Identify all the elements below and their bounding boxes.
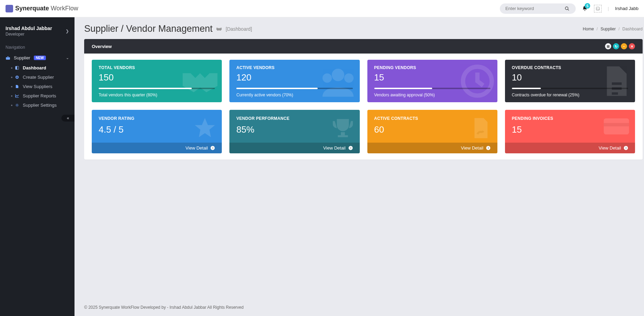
stat-progress — [512, 88, 628, 89]
stat-progress — [374, 88, 491, 89]
panel-minimize-button[interactable]: − — [621, 43, 627, 49]
breadcrumb-supplier[interactable]: Supplier — [601, 27, 616, 31]
panel-refresh-button[interactable]: ↻ — [613, 43, 619, 49]
brand-text: Synerquate WorkFlow — [15, 5, 78, 12]
chevron-right-icon: ❯ — [66, 29, 69, 33]
sidebar-item-supplier-reports[interactable]: Supplier Reports — [0, 91, 75, 100]
page-title: Supplier / Vendor Management [Dashboard] — [84, 23, 252, 34]
stat-value: 10 — [512, 72, 628, 83]
stat-progress — [99, 88, 215, 89]
bullet-icon — [11, 67, 12, 69]
stat-value: 15 — [374, 72, 491, 83]
nav-badge-new: NEW — [34, 56, 46, 60]
notifications-button[interactable]: 5 — [582, 6, 588, 11]
svg-point-12 — [348, 146, 353, 150]
current-user-name[interactable]: Irshad Jabb — [615, 6, 638, 11]
bullet-icon — [11, 77, 12, 78]
sidebar: Irshad Abdul Jabbar Developer ❯ Navigati… — [0, 17, 75, 316]
svg-point-16 — [624, 146, 628, 150]
separator: | — [608, 6, 609, 11]
stat-label: OVERDUE CONTRACTS — [512, 65, 628, 70]
menu-item-icon — [15, 103, 20, 107]
sidebar-item-dashboard[interactable]: Dashboard — [0, 63, 75, 73]
stat-label: VENDOR RATING — [99, 116, 215, 121]
stat-subtext: Currently active vendors (70%) — [236, 93, 353, 97]
stat-card-total-vendors: TOTAL VENDORS150Total vendors this quart… — [92, 60, 222, 102]
sidebar-item-label: View Suppliers — [23, 84, 52, 89]
arrow-right-circle-icon — [486, 145, 491, 151]
view-detail-link[interactable]: View Detail — [505, 143, 635, 153]
stat-card-overdue-contracts: OVERDUE CONTRACTS10Contracts overdue for… — [505, 60, 635, 102]
sidebar-item-view-suppliers[interactable]: View Suppliers — [0, 82, 75, 91]
chevron-left-double-icon: « — [67, 116, 69, 121]
search-input[interactable] — [500, 3, 576, 14]
nav-item-label: Supplier — [14, 55, 30, 60]
sidebar-item-supplier-settings[interactable]: Supplier Settings — [0, 100, 75, 110]
arrow-right-circle-icon — [624, 145, 628, 151]
nav-section-header: Navigation — [0, 42, 75, 52]
sidebar-item-create-supplier[interactable]: Create Supplier — [0, 73, 75, 82]
avatar[interactable] — [594, 5, 602, 12]
stat-subtext: Vendors awaiting approval (50%) — [374, 93, 491, 97]
search-button[interactable] — [565, 4, 574, 13]
stat-label: TOTAL VENDORS — [99, 65, 215, 70]
broken-image-icon — [596, 7, 600, 11]
search-icon — [565, 6, 569, 11]
panel-expand-button[interactable]: ⊞ — [605, 43, 611, 49]
chevron-down-icon: ⌄ — [66, 56, 69, 60]
brand[interactable]: Synerquate WorkFlow — [6, 5, 78, 12]
stat-card-pending-vendors: PENDING VENDORS15Vendors awaiting approv… — [367, 60, 497, 102]
arrow-right-circle-icon — [348, 145, 353, 151]
stat-card-vendor-performance: VENDOR PERFORMANCE85%View Detail — [229, 110, 359, 153]
stat-subtext: Total vendors this quarter (80%) — [99, 93, 215, 97]
minus-icon: − — [623, 45, 625, 48]
footer: © 2025 Synerquate WorkFlow Developed by … — [75, 299, 644, 316]
view-detail-link[interactable]: View Detail — [229, 143, 359, 153]
stat-label: VENDOR PERFORMANCE — [236, 116, 353, 121]
sidebar-user-panel[interactable]: Irshad Abdul Jabbar Developer ❯ — [0, 17, 75, 42]
panel-title: Overview — [92, 44, 112, 49]
sidebar-item-label: Supplier Settings — [23, 103, 57, 108]
stat-label: PENDING INVOICES — [512, 116, 628, 121]
menu-item-icon — [15, 75, 20, 79]
sidebar-user-name: Irshad Abdul Jabbar — [6, 26, 52, 31]
menu-item-icon — [15, 85, 20, 88]
stat-value: 60 — [374, 124, 491, 135]
view-detail-link[interactable]: View Detail — [367, 143, 497, 153]
search-box — [500, 3, 576, 14]
bullet-icon — [11, 86, 12, 87]
top-header: Synerquate WorkFlow 5 | Irshad Jabb — [0, 0, 644, 17]
menu-item-icon — [15, 66, 20, 70]
view-detail-link[interactable]: View Detail — [92, 143, 222, 153]
panel-actions: ⊞ ↻ − ✕ — [605, 43, 635, 49]
handshake-icon — [216, 27, 222, 31]
stat-card-active-contracts: ACTIVE CONTRACTS60View Detail — [367, 110, 497, 153]
stat-card-vendor-rating: VENDOR RATING4.5 / 5View Detail — [92, 110, 222, 153]
svg-rect-4 — [16, 66, 17, 69]
sidebar-item-label: Dashboard — [23, 65, 46, 70]
bullet-icon — [11, 95, 12, 97]
grid-icon: ⊞ — [607, 45, 610, 48]
sidebar-collapse-button[interactable]: « — [61, 115, 75, 122]
stat-card-active-vendors: ACTIVE VENDORS120Currently active vendor… — [229, 60, 359, 102]
stat-value: 120 — [236, 72, 353, 83]
panel-close-button[interactable]: ✕ — [629, 43, 635, 49]
briefcase-icon — [6, 56, 10, 60]
svg-point-13 — [486, 146, 490, 150]
stat-label: ACTIVE VENDORS — [236, 65, 353, 70]
breadcrumb-home[interactable]: Home — [583, 27, 594, 31]
menu-item-icon — [15, 94, 20, 98]
refresh-icon: ↻ — [615, 45, 617, 48]
stat-progress — [236, 88, 353, 89]
stat-subtext: Contracts overdue for renewal (25%) — [512, 93, 628, 97]
stat-value: 4.5 / 5 — [99, 124, 215, 135]
nav-item-supplier[interactable]: Supplier NEW ⌄ — [0, 52, 75, 63]
stat-label: ACTIVE CONTRACTS — [374, 116, 491, 121]
svg-point-0 — [565, 7, 568, 9]
svg-rect-2 — [596, 7, 599, 10]
brand-logo-icon — [6, 5, 13, 12]
sidebar-user-role: Developer — [6, 32, 52, 37]
stat-value: 150 — [99, 72, 215, 83]
overview-panel: Overview ⊞ ↻ − ✕ TOTAL VENDORS150Total v… — [84, 39, 643, 160]
svg-point-11 — [211, 146, 215, 150]
